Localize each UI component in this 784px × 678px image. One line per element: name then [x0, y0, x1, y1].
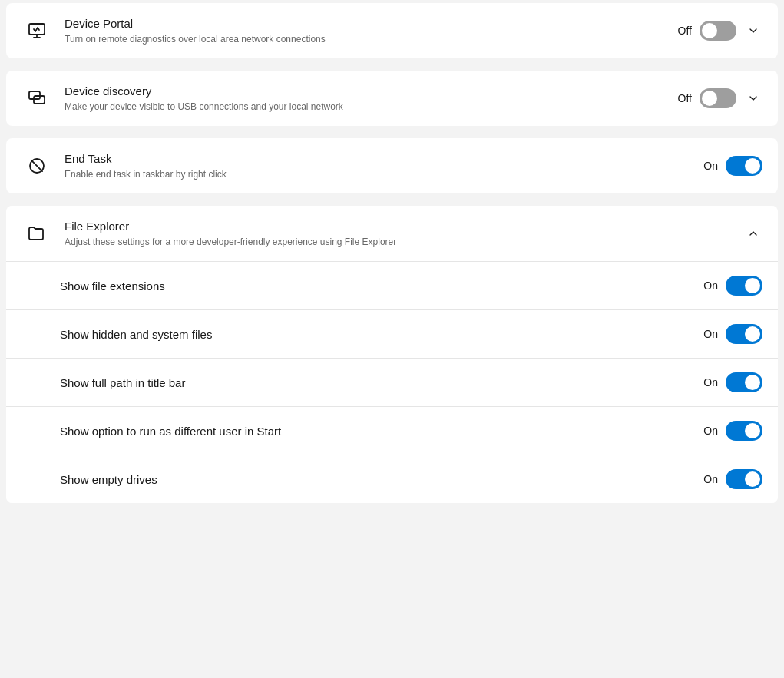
svg-line-6	[31, 160, 42, 171]
divider-1	[0, 61, 784, 68]
show-full-path-toggle-track	[726, 372, 762, 392]
show-hidden-system-files-state: On	[696, 328, 718, 340]
monitor-pulse-icon	[28, 21, 46, 40]
end-task-row: End Task Enable end task in taskbar by r…	[6, 138, 778, 193]
show-file-extensions-toggle-thumb	[745, 278, 760, 293]
file-explorer-control	[744, 224, 762, 243]
show-run-as-different-user-row: Show option to run as different user in …	[6, 407, 778, 455]
show-run-as-different-user-toggle-thumb	[745, 423, 760, 438]
show-empty-drives-row: Show empty drives On	[6, 455, 778, 503]
chevron-down-icon	[747, 25, 759, 37]
show-hidden-system-files-label: Show hidden and system files	[60, 328, 696, 341]
device-discovery-title: Device discovery	[65, 83, 670, 99]
end-task-icon	[22, 150, 52, 181]
end-task-toggle-track	[726, 156, 762, 176]
device-discovery-icon	[22, 83, 52, 114]
end-task-toggle[interactable]	[726, 156, 762, 176]
device-portal-control: Off	[670, 21, 762, 41]
folder-icon	[28, 224, 46, 243]
show-run-as-different-user-state: On	[696, 425, 718, 437]
file-explorer-header-row: File Explorer Adjust these settings for …	[6, 206, 778, 262]
device-portal-toggle-track	[700, 21, 736, 41]
show-hidden-system-files-row: Show hidden and system files On	[6, 310, 778, 359]
device-portal-icon	[22, 15, 52, 46]
device-portal-card: Device Portal Turn on remote diagnostics…	[6, 3, 778, 58]
show-run-as-different-user-label: Show option to run as different user in …	[60, 425, 696, 438]
file-explorer-title: File Explorer	[65, 218, 744, 234]
divider-3	[0, 197, 784, 203]
show-file-extensions-control: On	[696, 276, 762, 296]
show-full-path-toggle[interactable]	[726, 372, 762, 392]
show-hidden-system-files-toggle-thumb	[745, 326, 760, 342]
settings-container: Device Portal Turn on remote diagnostics…	[0, 3, 784, 503]
device-portal-description: Turn on remote diagnostics over local ar…	[65, 33, 670, 46]
show-empty-drives-toggle-thumb	[745, 471, 760, 487]
end-task-text: End Task Enable end task in taskbar by r…	[65, 150, 696, 181]
svg-rect-3	[29, 91, 40, 99]
show-file-extensions-toggle-track	[726, 276, 762, 296]
show-file-extensions-label: Show file extensions	[60, 279, 696, 293]
show-file-extensions-state: On	[696, 279, 718, 292]
show-hidden-system-files-toggle-track	[726, 324, 762, 344]
device-discovery-toggle[interactable]	[700, 88, 736, 108]
device-discovery-row: Device discovery Make your device visibl…	[6, 71, 778, 126]
show-empty-drives-toggle[interactable]	[726, 469, 762, 489]
end-task-control: On	[696, 156, 762, 176]
file-explorer-text: File Explorer Adjust these settings for …	[65, 218, 744, 249]
show-empty-drives-state: On	[696, 473, 718, 485]
end-task-toggle-thumb	[745, 158, 760, 174]
device-portal-row: Device Portal Turn on remote diagnostics…	[6, 3, 778, 58]
show-full-path-row: Show full path in title bar On	[6, 359, 778, 407]
show-hidden-system-files-control: On	[696, 324, 762, 344]
device-discovery-control: Off	[670, 88, 762, 108]
file-explorer-icon	[22, 218, 52, 249]
show-empty-drives-toggle-track	[726, 469, 762, 489]
device-portal-state: Off	[670, 25, 692, 37]
device-portal-chevron-button[interactable]	[744, 21, 762, 40]
show-file-extensions-row: Show file extensions On	[6, 262, 778, 310]
file-explorer-card: File Explorer Adjust these settings for …	[6, 206, 778, 503]
device-discovery-text: Device discovery Make your device visibl…	[65, 83, 670, 114]
show-empty-drives-label: Show empty drives	[60, 473, 696, 486]
show-full-path-state: On	[696, 376, 718, 389]
end-task-description: Enable end task in taskbar by right clic…	[65, 168, 696, 181]
show-file-extensions-toggle[interactable]	[726, 276, 762, 296]
show-run-as-different-user-toggle-track	[726, 421, 762, 441]
device-discovery-toggle-thumb	[702, 91, 717, 106]
device-discovery-toggle-track	[700, 88, 736, 108]
device-portal-text: Device Portal Turn on remote diagnostics…	[65, 15, 670, 46]
end-task-title: End Task	[65, 150, 696, 167]
end-task-state: On	[696, 160, 718, 172]
file-explorer-chevron-button[interactable]	[744, 224, 762, 243]
circle-slash-icon	[28, 157, 46, 175]
show-run-as-different-user-toggle[interactable]	[726, 421, 762, 441]
svg-rect-4	[34, 96, 45, 104]
chat-bubble-icon	[28, 89, 46, 107]
device-discovery-description: Make your device visible to USB connecti…	[65, 101, 670, 114]
show-empty-drives-control: On	[696, 469, 762, 489]
file-explorer-description: Adjust these settings for a more develop…	[65, 236, 744, 249]
show-hidden-system-files-toggle[interactable]	[726, 324, 762, 344]
device-portal-toggle-thumb	[702, 23, 717, 38]
device-discovery-chevron-button[interactable]	[744, 89, 762, 107]
chevron-up-icon	[747, 227, 759, 240]
device-discovery-state: Off	[670, 92, 692, 104]
chevron-down-icon	[747, 92, 759, 104]
divider-2	[0, 129, 784, 135]
device-portal-toggle[interactable]	[700, 21, 736, 41]
device-discovery-card: Device discovery Make your device visibl…	[6, 71, 778, 126]
show-full-path-label: Show full path in title bar	[60, 376, 696, 389]
device-portal-title: Device Portal	[65, 15, 670, 31]
show-run-as-different-user-control: On	[696, 421, 762, 441]
show-full-path-toggle-thumb	[745, 375, 760, 390]
show-full-path-control: On	[696, 372, 762, 392]
end-task-card: End Task Enable end task in taskbar by r…	[6, 138, 778, 193]
